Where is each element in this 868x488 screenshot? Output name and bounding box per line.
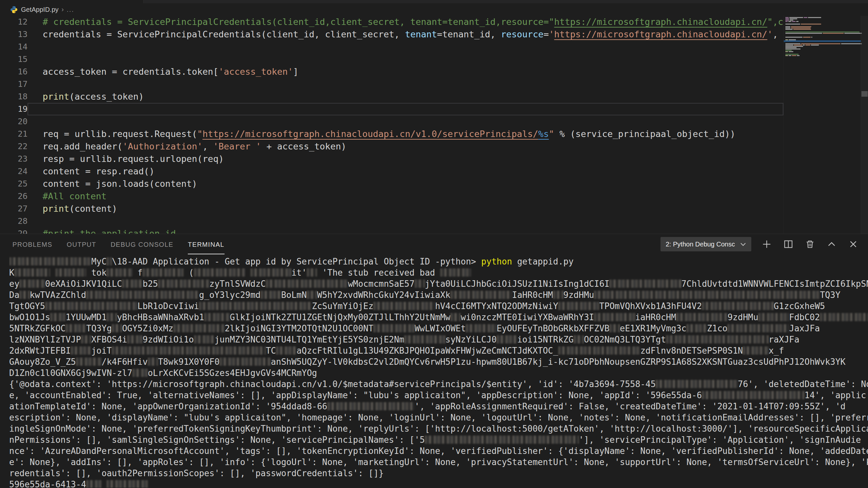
chevron-right-icon: ›	[62, 5, 64, 13]
minimap-line	[785, 37, 813, 38]
code-line[interactable]: 23resp = urllib.request.urlopen(req)	[0, 153, 783, 165]
new-terminal-icon[interactable]	[761, 238, 773, 250]
code-line[interactable]: 25content = json.loads(content)	[0, 177, 783, 190]
code-line[interactable]: 20	[0, 116, 783, 128]
redacted-text	[132, 369, 148, 377]
code-line[interactable]: 14	[0, 41, 783, 53]
text-token: bwO1O1Js	[9, 312, 50, 322]
text-token: TQ3Yg	[86, 323, 112, 333]
line-number: 13	[0, 28, 28, 41]
text-token: GlkIjoiNTk2ZTU1ZGEtNjQxMy00ZTJlLThhY2UtN…	[230, 312, 451, 322]
active-tab-remnant[interactable]	[0, 0, 144, 3]
text-token: TPOmVQhXVxb1A3hFU4V2	[599, 301, 702, 311]
minimap-line	[785, 28, 811, 29]
panel-tab-terminal[interactable]: TERMINAL	[188, 234, 224, 254]
link-text[interactable]: https://microsoftgraph.chinacloudapi.cn/	[554, 29, 767, 39]
terminal-output[interactable]: MyC\18-AAD Application - Get app id by S…	[0, 254, 868, 488]
code-line-content: credentials = ServicePrincipalCredential…	[28, 28, 783, 41]
redacted-text	[558, 347, 640, 355]
minimap-segment	[841, 43, 862, 44]
code-line[interactable]: 28	[0, 215, 783, 227]
text-token: ZcSuYmYiOjEz	[312, 301, 374, 311]
kill-terminal-icon[interactable]	[804, 238, 816, 250]
breadcrumb-symbol-ellipsis[interactable]: ...	[67, 6, 74, 13]
minimap-line	[785, 26, 812, 27]
text-token: {'@odata.context': 'https://microsoftgra…	[9, 379, 656, 389]
redacted-text	[820, 313, 868, 321]
code-line-content	[28, 53, 783, 66]
editor-scrollbar-thumb[interactable]	[862, 91, 868, 97]
text-token: zyTnlSVWdzC	[210, 279, 266, 289]
text-token: OC02NmQ3LTQ3YTgt	[584, 335, 666, 345]
minimap-segment	[789, 39, 796, 40]
terminal-line: 2dxRWtJTEFBIjoiTTCaQzcFtRIlu1gL13U49ZKBJ…	[9, 345, 868, 356]
breadcrumb-file-name[interactable]: GetAppID.py	[21, 6, 59, 13]
redacted-text	[220, 358, 271, 366]
minimap-line	[785, 55, 800, 56]
text-token: ationTemplateId': None, 'appOwnerOrganiz…	[9, 401, 328, 411]
bottom-panel: PROBLEMSOUTPUTDEBUG CONSOLETERMINAL 2: P…	[0, 234, 868, 488]
minimap-segment	[844, 33, 862, 34]
code-editor[interactable]: 12# credentials = ServicePrincipalCreden…	[0, 16, 868, 234]
panel-actions: 2: Python Debug Consc	[660, 234, 860, 254]
redacted-text	[66, 324, 86, 332]
link-text[interactable]: https://microsoftgraph.chinacloudapi.cn/…	[203, 129, 538, 139]
terminal-line: e, 'accountEnabled': True, 'alternativeN…	[9, 390, 868, 401]
minimap-segment	[785, 50, 792, 51]
text-token: iaHR0cHM	[635, 312, 676, 322]
text-token: nce': 'AzureADandPersonalMicrosoftAccoun…	[9, 446, 868, 456]
code-line[interactable]: 29#print the application id	[0, 227, 783, 234]
text-token: Z1co	[707, 323, 728, 333]
terminal-selector[interactable]: 2: Python Debug Consc	[660, 237, 751, 251]
split-terminal-icon[interactable]	[782, 238, 795, 250]
minimap-line	[785, 17, 822, 18]
maximize-panel-icon[interactable]	[826, 238, 838, 250]
code-line[interactable]: 24content = resp.read()	[0, 165, 783, 177]
line-number: 26	[0, 190, 28, 202]
code-line[interactable]: 18print(access_token)	[0, 91, 783, 103]
redacted-text	[451, 313, 461, 321]
text-token: 9zdHMu	[563, 290, 594, 300]
line-number: 16	[0, 66, 28, 78]
text-token: ey	[9, 279, 19, 289]
panel-tab-debug-console[interactable]: DEBUG CONSOLE	[111, 234, 174, 254]
minimap[interactable]	[783, 16, 861, 234]
text-token: tok	[86, 268, 107, 278]
link-text[interactable]: https://microsoftgraph.chinacloudapi.cn/	[554, 17, 767, 27]
code-line[interactable]: 21req = urllib.request.Request("https://…	[0, 128, 783, 140]
code-area[interactable]: 12# credentials = ServicePrincipalCreden…	[0, 16, 783, 234]
code-line[interactable]: 16access_token = credentials.token['acce…	[0, 66, 783, 78]
code-line-content	[28, 78, 783, 91]
code-line[interactable]: 27print(content)	[0, 202, 783, 215]
line-number: 23	[0, 153, 28, 165]
minimap-line	[785, 29, 812, 30]
text-token: print	[42, 92, 69, 102]
code-line[interactable]: 26#All content	[0, 190, 783, 202]
chevron-down-icon	[740, 242, 746, 246]
text-token: req.add_header(	[42, 141, 123, 152]
code-line[interactable]: 17	[0, 78, 783, 91]
panel-tab-output[interactable]: OUTPUT	[67, 234, 96, 254]
minimap-segment	[792, 21, 796, 22]
code-line[interactable]: 13credentials = ServicePrincipalCredenti…	[0, 28, 783, 41]
terminal-line: D1Zn0c1l0GNX6Gj9wIVN-zl7oLrXcKCvEi5SGzes…	[9, 367, 868, 379]
text-token: getappid.py	[512, 257, 574, 266]
link-text[interactable]: %s	[538, 129, 549, 139]
code-line[interactable]: 15	[0, 53, 783, 66]
editor-scrollbar[interactable]	[861, 16, 868, 234]
redacted-text	[55, 268, 86, 276]
close-panel-icon[interactable]	[847, 238, 860, 250]
text-token	[50, 268, 55, 278]
line-number: 15	[0, 53, 28, 66]
redacted-text	[76, 358, 102, 366]
text-token: content = json.loads(content)	[42, 178, 197, 189]
panel-tab-problems[interactable]: PROBLEMS	[12, 234, 53, 254]
code-line[interactable]: 22req.add_header('Authorization', 'Beare…	[0, 140, 783, 153]
code-line[interactable]: 12# credentials = ServicePrincipalCreden…	[0, 16, 783, 28]
minimap-segment	[792, 55, 796, 56]
code-line-content: #All content	[28, 190, 783, 202]
code-line-current[interactable]: 19	[0, 103, 783, 116]
text-token: (content)	[69, 203, 117, 214]
editor-tab-strip[interactable]	[0, 0, 868, 3]
text-token: + access_token)	[261, 141, 346, 152]
